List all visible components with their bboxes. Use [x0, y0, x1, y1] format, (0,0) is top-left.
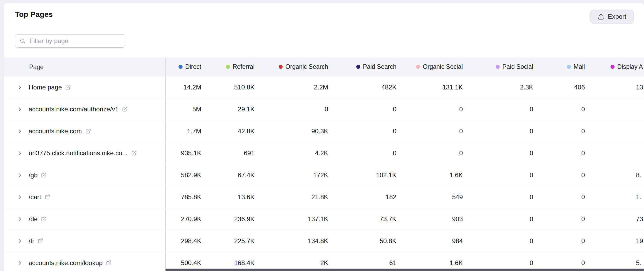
cell-organic-search: 134.8K — [264, 237, 328, 245]
cell-referral: 168.4K — [190, 259, 255, 267]
mail-dot-icon — [567, 65, 571, 69]
column-header-organic-social[interactable]: Organic Social — [396, 58, 463, 76]
external-link-icon[interactable] — [41, 216, 47, 222]
external-link-icon[interactable] — [106, 260, 112, 266]
cell-mail: 0 — [521, 215, 585, 223]
external-link-icon[interactable] — [122, 106, 128, 112]
page-title: Top Pages — [15, 10, 53, 19]
cell-organic-social: 131.1K — [399, 84, 463, 91]
column-label: Organic Search — [285, 63, 328, 70]
cell-paid-search: 0 — [332, 106, 396, 113]
cell-mail: 0 — [521, 106, 585, 113]
cell-organic-search: 21.8K — [264, 193, 328, 201]
export-label: Export — [608, 13, 626, 20]
expand-chevron-icon[interactable] — [17, 238, 23, 244]
direct-dot-icon — [179, 65, 183, 69]
expand-chevron-icon[interactable] — [17, 106, 23, 112]
page-name: /gb — [29, 171, 37, 179]
cell-paid-search: 0 — [332, 149, 396, 157]
external-link-icon[interactable] — [131, 150, 137, 156]
page-name: accounts.nike.com/authorize/v1 — [29, 106, 119, 113]
export-button[interactable]: Export — [590, 10, 634, 24]
cell-organic-search: 0 — [264, 106, 328, 113]
expand-chevron-icon[interactable] — [17, 84, 23, 91]
cell-referral: 42.8K — [190, 127, 255, 135]
cell-mail: 406 — [521, 84, 585, 91]
external-link-icon[interactable] — [38, 238, 43, 244]
page-name: accounts.nike.com/lookup — [29, 259, 103, 267]
cell-display-ads: 73 — [636, 215, 644, 223]
cell-organic-search: 2K — [264, 259, 328, 267]
page-name-wrap: accounts.nike.com/authorize/v1 — [29, 98, 128, 120]
search-icon — [20, 38, 26, 44]
column-header-referral[interactable]: Referral — [188, 58, 255, 76]
organic-search-dot-icon — [279, 65, 283, 69]
cell-organic-social: 549 — [399, 193, 463, 201]
cell-referral: 225.7K — [190, 237, 255, 245]
external-link-icon[interactable] — [85, 128, 91, 134]
column-label: Organic Social — [423, 63, 463, 70]
column-label: Display A — [617, 63, 643, 70]
external-link-icon[interactable] — [41, 172, 47, 178]
cell-referral: 236.9K — [190, 215, 255, 223]
external-link-icon[interactable] — [45, 194, 50, 200]
expand-chevron-icon[interactable] — [17, 194, 23, 200]
cell-paid-search: 482K — [332, 84, 396, 91]
expand-chevron-icon[interactable] — [17, 260, 23, 266]
expand-chevron-icon[interactable] — [17, 128, 23, 134]
expand-chevron-icon[interactable] — [17, 216, 23, 222]
cell-organic-search: 172K — [264, 171, 328, 179]
cell-paid-search: 50.8K — [332, 237, 396, 245]
page-name: /fr — [29, 237, 34, 245]
cell-mail: 0 — [521, 193, 585, 201]
table-row: /gb582.9K67.4K172K102.1K1.6K008. — [4, 164, 644, 186]
expand-chevron-icon[interactable] — [17, 150, 23, 156]
table-row: accounts.nike.com/lookup500.4K168.4K2K61… — [4, 252, 644, 271]
cell-paid-search: 182 — [332, 193, 396, 201]
cell-mail: 0 — [521, 127, 585, 135]
column-label: Referral — [233, 63, 255, 70]
page-name: accounts.nike.com — [29, 127, 82, 135]
table-row: Home page14.2M510.8K2.2M482K131.1K2.3K40… — [4, 76, 644, 98]
table-header-row: Page DirectReferralOrganic SearchPaid Se… — [4, 58, 644, 76]
cell-display-ads: 19 — [636, 237, 644, 245]
cell-organic-social: 0 — [399, 106, 463, 113]
cell-organic-social: 0 — [399, 127, 463, 135]
top-pages-card: Top Pages Export Page DirectReferralOrga… — [4, 3, 644, 271]
page-name-wrap: /gb — [29, 164, 47, 186]
column-header-mail[interactable]: Mail — [518, 58, 585, 76]
cell-organic-search: 2.2M — [264, 84, 328, 91]
table-body: Home page14.2M510.8K2.2M482K131.1K2.3K40… — [4, 76, 644, 271]
cell-display-ads: 5. — [636, 259, 644, 267]
cell-organic-search: 90.3K — [264, 127, 328, 135]
cell-paid-search: 73.7K — [332, 215, 396, 223]
paid-social-dot-icon — [496, 65, 500, 69]
page-name: url3775.click.notifications.nike.co... — [29, 149, 128, 157]
external-link-icon[interactable] — [65, 84, 71, 90]
page-name-wrap: /cart — [29, 186, 50, 208]
cell-organic-search: 4.2K — [264, 149, 328, 157]
cell-mail: 0 — [521, 149, 585, 157]
horizontal-scrollbar[interactable] — [165, 269, 644, 271]
column-header-paid-search[interactable]: Paid Search — [329, 58, 396, 76]
column-header-display-ads[interactable]: Display A — [611, 58, 644, 76]
page-name-wrap: url3775.click.notifications.nike.co... — [29, 142, 137, 164]
cell-mail: 0 — [521, 259, 585, 267]
cell-referral: 691 — [190, 149, 255, 157]
table-row: url3775.click.notifications.nike.co...93… — [4, 142, 644, 164]
filter-input[interactable] — [29, 37, 121, 45]
cell-mail: 0 — [521, 171, 585, 179]
cell-organic-social: 0 — [399, 149, 463, 157]
cell-referral: 67.4K — [190, 171, 255, 179]
table-row: /fr298.4K225.7K134.8K50.8K9840019 — [4, 230, 644, 252]
filter-input-wrap — [15, 34, 125, 48]
paid-search-dot-icon — [356, 65, 360, 69]
expand-chevron-icon[interactable] — [17, 172, 23, 178]
cell-display-ads: 13. — [636, 84, 644, 91]
column-header-organic-search[interactable]: Organic Search — [261, 58, 328, 76]
page-name-wrap: Home page — [29, 76, 71, 98]
page-name: Home page — [29, 84, 62, 91]
cell-organic-search: 137.1K — [264, 215, 328, 223]
page-column-header: Page — [29, 63, 44, 70]
cell-display-ads: 1. — [636, 193, 644, 201]
